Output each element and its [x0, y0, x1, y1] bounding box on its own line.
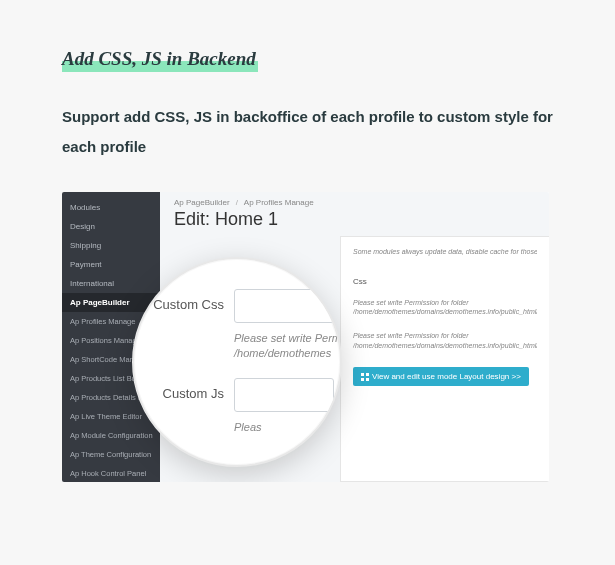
breadcrumb-b[interactable]: Ap Profiles Manage	[244, 198, 314, 207]
perm-hint-2b: /home/demothemes/domains/demothemes.info…	[353, 341, 537, 351]
lens-hint-1: Please set write Perm	[234, 331, 334, 346]
svg-rect-2	[361, 378, 364, 381]
form-panel: Some modules always update data, disable…	[340, 236, 549, 482]
svg-rect-3	[366, 378, 369, 381]
svg-rect-1	[366, 373, 369, 376]
sidebar-item-moduleconfig[interactable]: Ap Module Configuration	[62, 426, 160, 445]
breadcrumb: Ap PageBuilder / Ap Profiles Manage	[160, 192, 549, 209]
custom-js-label: Custom Js	[150, 378, 224, 401]
sidebar-item-themeconfig[interactable]: Ap Theme Configuration	[62, 445, 160, 464]
lens-hint-2: /home/demothemes	[234, 346, 334, 361]
sidebar-item-hookcontrol[interactable]: Ap Hook Control Panel	[62, 464, 160, 482]
svg-rect-0	[361, 373, 364, 376]
perm-hint-1b: /home/demothemes/domains/demothemes.info…	[353, 307, 537, 317]
sidebar-item-modules[interactable]: Modules	[62, 198, 160, 217]
sidebar-item-design[interactable]: Design	[62, 217, 160, 236]
perm-hint-2a: Please set write Permission for folder	[353, 331, 537, 341]
page-subheading: Support add CSS, JS in backoffice of eac…	[62, 102, 553, 162]
custom-css-label: Custom Css	[150, 289, 224, 312]
magnifier-lens: Custom Css Please set write Perm /home/d…	[132, 257, 342, 467]
css-label-short: Css	[353, 277, 367, 286]
page-title: Edit: Home 1	[160, 209, 549, 238]
screenshot-container: Modules Design Shipping Payment Internat…	[62, 192, 549, 482]
custom-js-input[interactable]	[234, 378, 334, 412]
sidebar-item-payment[interactable]: Payment	[62, 255, 160, 274]
perm-hint-1a: Please set write Permission for folder	[353, 298, 537, 308]
sidebar-item-international[interactable]: International	[62, 274, 160, 293]
sidebar-item-shipping[interactable]: Shipping	[62, 236, 160, 255]
grid-icon	[361, 373, 369, 381]
page-heading: Add CSS, JS in Backend	[62, 48, 258, 72]
layout-design-button-label: View and edit use mode Layout design >>	[372, 372, 521, 381]
breadcrumb-separator: /	[232, 198, 242, 207]
cache-hint: Some modules always update data, disable…	[353, 247, 537, 258]
layout-design-button[interactable]: View and edit use mode Layout design >>	[353, 367, 529, 386]
breadcrumb-a[interactable]: Ap PageBuilder	[174, 198, 230, 207]
